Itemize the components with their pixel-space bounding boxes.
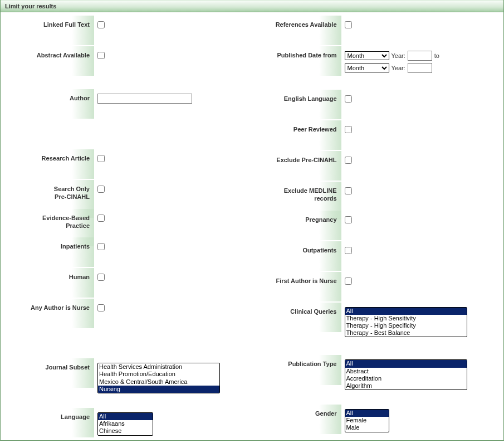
label-first-author-nurse: First Author is Nurse [276,277,337,284]
label-evidence-based-l2: Practice [66,222,90,229]
checkbox-linked-full-text[interactable] [97,21,105,28]
label-search-only-pre-cinahl-l2: Pre-CINAHL [55,193,90,200]
label-linked-full-text: Linked Full Text [43,21,90,28]
checkbox-evidence-based[interactable] [97,215,105,222]
label-to: to [434,52,439,59]
checkbox-first-author-nurse[interactable] [345,277,352,285]
checkbox-outpatients[interactable] [345,247,352,254]
select-journal-subset[interactable]: Health Services AdministrationHealth Pro… [97,363,220,393]
label-year-to: Year: [392,65,405,71]
checkbox-exclude-pre-cinahl[interactable] [345,157,352,164]
label-peer-reviewed: Peer Reviewed [293,126,337,133]
label-exclude-medline-l1: Exclude MEDLINE [284,187,337,194]
label-evidence-based-l1: Evidence-Based [42,215,90,221]
label-research-article: Research Article [42,155,90,162]
select-clinical-queries[interactable]: AllTherapy - High SensitivityTherapy - H… [345,307,467,338]
label-clinical-queries: Clinical Queries [290,308,336,315]
label-exclude-medline-l2: records [314,195,336,202]
checkbox-references-available[interactable] [345,21,352,28]
label-year-from: Year: [392,52,405,59]
label-english-language: English Language [284,95,337,102]
label-search-only-pre-cinahl-l1: Search Only [54,186,90,192]
panel-body: Linked Full Text Abstract Available Auth… [1,12,503,440]
input-author[interactable] [97,94,192,104]
label-exclude-pre-cinahl: Exclude Pre-CINAHL [276,157,336,163]
select-month-to[interactable]: Month [345,64,389,72]
label-references-available: References Available [276,21,337,28]
left-column: Linked Full Text Abstract Available Auth… [5,20,252,436]
label-inpatients: Inpatients [61,243,90,250]
select-language[interactable]: AllAfrikaansChinese [97,412,153,436]
label-author: Author [70,95,90,101]
panel-header: Limit your results [1,0,503,12]
checkbox-research-article[interactable] [97,155,105,162]
checkbox-english-language[interactable] [345,95,352,103]
label-abstract-available: Abstract Available [37,52,90,59]
label-pregnancy: Pregnancy [305,216,336,223]
label-gender: Gender [315,410,337,417]
label-publication-type: Publication Type [288,361,336,367]
label-published-date-from: Published Date from [277,52,337,59]
input-year-to[interactable] [408,63,432,73]
checkbox-exclude-medline[interactable] [345,187,352,194]
select-publication-type[interactable]: AllAbstractAccreditationAlgorithm [345,359,467,390]
label-outpatients: Outpatients [302,247,336,254]
checkbox-peer-reviewed[interactable] [345,126,352,133]
checkbox-pregnancy[interactable] [345,216,352,223]
checkbox-abstract-available[interactable] [97,52,105,59]
limit-results-panel: Limit your results Linked Full Text Abst… [0,0,504,441]
checkbox-search-only-pre-cinahl[interactable] [97,186,105,193]
right-column: References Available Published Date from… [252,20,500,436]
label-any-author-nurse: Any Author is Nurse [31,304,90,311]
checkbox-inpatients[interactable] [97,243,105,250]
label-journal-subset: Journal Subset [46,364,90,371]
label-human: Human [69,274,90,280]
checkbox-human[interactable] [97,274,105,281]
select-month-from[interactable]: Month [345,51,389,60]
checkbox-any-author-nurse[interactable] [97,304,105,311]
label-language: Language [61,413,90,420]
select-gender[interactable]: AllFemaleMale [345,409,389,432]
input-year-from[interactable] [408,51,432,61]
